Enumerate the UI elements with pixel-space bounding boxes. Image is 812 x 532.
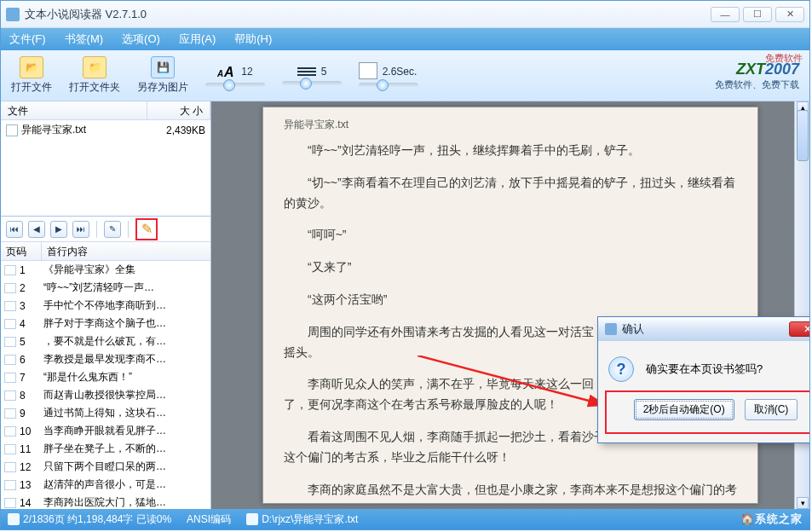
- file-row[interactable]: 异能寻宝家.txt2,439KB: [1, 120, 210, 140]
- menu-option[interactable]: 选项(O): [122, 32, 160, 47]
- page-firstline: 当李商睁开眼就看见胖子…: [43, 424, 207, 438]
- page-icon: [4, 408, 16, 419]
- page-firstline: 赵清萍的声音很小，可是…: [43, 477, 207, 492]
- page-row[interactable]: 9通过书简上得知，这块石…: [1, 404, 210, 422]
- page-row[interactable]: 5，要不就是什么破瓦，有…: [1, 332, 210, 350]
- menu-bookmark[interactable]: 书签(M): [65, 32, 104, 47]
- bookmark-button[interactable]: ✎: [135, 218, 158, 240]
- page-row[interactable]: 4胖子对于李商这个脑子也…: [1, 315, 210, 332]
- font-size-slider[interactable]: [205, 83, 265, 88]
- edit-button[interactable]: ✎: [104, 221, 121, 238]
- first-page-button[interactable]: ⏮: [6, 221, 23, 238]
- free-software-label: 免费软件: [765, 52, 803, 65]
- prev-page-button[interactable]: ◀: [28, 221, 45, 238]
- reader-paragraph: “切~~”李商看着不在理自己的刘艺清，放下手中摇晃着的铲子，扭过头，继续看着的黄…: [284, 173, 737, 214]
- page-row[interactable]: 1《异能寻宝家》全集: [1, 261, 210, 279]
- interval-control: 2.6Sec.: [359, 64, 418, 88]
- page-icon: [4, 373, 16, 383]
- page-icon: [4, 444, 16, 454]
- next-page-button[interactable]: ▶: [50, 221, 67, 238]
- page-icon: [4, 498, 16, 508]
- nav-bar: ⏮ ◀ ▶ ⏭ ✎ ✎: [1, 217, 210, 242]
- pages-header: 页码 首行内容: [1, 242, 210, 261]
- page-row[interactable]: 6李教授是最早发现李商不…: [1, 350, 210, 368]
- col-filename[interactable]: 文件: [1, 101, 147, 119]
- menu-file[interactable]: 文件(F): [9, 32, 46, 47]
- page-row[interactable]: 3手中忙个不停地李商听到…: [1, 297, 210, 315]
- folder-open-icon: 📁: [83, 56, 107, 78]
- page-number: 7: [20, 372, 43, 384]
- page-row[interactable]: 14李商跨出医院大门，猛地…: [1, 494, 210, 509]
- save-as-image-button[interactable]: 💾 另存为图片: [137, 56, 188, 95]
- reader-paragraph: “哼~~”刘艺清轻哼一声，扭头，继续挥舞着手中的毛刷，铲子。: [284, 141, 737, 161]
- last-page-button[interactable]: ⏭: [72, 221, 89, 238]
- dialog-buttons: 2秒后自动确定(O) 取消(C): [605, 390, 809, 434]
- vertical-scrollbar[interactable]: ▴ ▾: [794, 101, 809, 509]
- app-icon: [6, 8, 20, 21]
- open-file-button[interactable]: 📂 打开文件: [11, 56, 52, 95]
- page-firstline: 李教授是最早发现李商不…: [43, 352, 207, 367]
- reader-paragraph: “呵呵~”: [284, 225, 737, 246]
- menu-app[interactable]: 应用(A): [179, 32, 216, 47]
- menu-help[interactable]: 帮助(H): [234, 32, 272, 47]
- page-row[interactable]: 8而赵青山教授很快掌控局…: [1, 386, 210, 404]
- page-icon: [4, 480, 16, 490]
- page-firstline: 李商跨出医院大门，猛地…: [43, 495, 207, 509]
- toolbar: 免费软件 📂 打开文件 📁 打开文件夹 💾 另存为图片 AA12 5 2.6Se…: [1, 50, 809, 101]
- dialog-titlebar[interactable]: 确认 ✕: [598, 317, 809, 341]
- page-number: 8: [20, 390, 43, 402]
- svg-text:A: A: [223, 65, 234, 79]
- interval-slider[interactable]: [359, 83, 418, 88]
- question-icon: ?: [608, 356, 634, 382]
- page-row[interactable]: 2“哼~~”刘艺清轻哼一声…: [1, 279, 210, 297]
- page-firstline: 而赵青山教授很快掌控局…: [43, 388, 207, 402]
- page-row[interactable]: 10当李商睁开眼就看见胖子…: [1, 422, 210, 440]
- svg-text:A: A: [217, 69, 223, 78]
- line-spacing-slider[interactable]: [282, 81, 342, 86]
- interval-value: 2.6Sec.: [383, 66, 418, 78]
- page-number: 11: [20, 443, 43, 455]
- file-icon: [6, 124, 18, 136]
- reader-page: 异能寻宝家.txt “哼~~”刘艺清轻哼一声，扭头，继续挥舞着手中的毛刷，铲子。…: [262, 107, 758, 504]
- statusbar: 2/1836页 约1,198,484字 已读0% ANSI编码 D:\rjxz\…: [1, 509, 809, 529]
- page-row[interactable]: 12只留下两个目瞪口呆的两…: [1, 458, 210, 476]
- folder-icon: 📂: [20, 56, 43, 78]
- page-number: 10: [20, 425, 43, 437]
- status-encoding: ANSI编码: [187, 512, 231, 527]
- font-size-value: 12: [241, 66, 252, 78]
- page-firstline: 通过书简上得知，这块石…: [43, 406, 207, 420]
- page-firstline: 《异能寻宝家》全集: [43, 263, 207, 277]
- col-filesize[interactable]: 大 小: [147, 101, 210, 119]
- open-folder-button[interactable]: 📁 打开文件夹: [69, 56, 120, 95]
- doc-name: 异能寻宝家.txt: [284, 118, 737, 132]
- page-icon: [4, 355, 16, 365]
- page-number: 3: [20, 300, 43, 312]
- page-icon: [4, 283, 16, 293]
- dialog-cancel-button[interactable]: 取消(C): [745, 399, 798, 420]
- file-name: 异能寻宝家.txt: [21, 123, 142, 137]
- page-number: 2: [20, 282, 43, 294]
- menubar: 文件(F) 书签(M) 选项(O) 应用(A) 帮助(H): [1, 28, 809, 50]
- page-number: 12: [20, 461, 43, 473]
- page-firstline: 手中忙个不停地李商听到…: [43, 298, 207, 313]
- col-pagenum[interactable]: 页码: [1, 242, 42, 260]
- titlebar: 文本小说阅读器 V2.7.1.0 — ☐ ✕: [1, 1, 809, 28]
- scroll-thumb[interactable]: [797, 110, 809, 161]
- page-number: 1: [20, 264, 43, 276]
- save-as-image-label: 另存为图片: [137, 80, 188, 95]
- page-firstline: “哼~~”刘艺清轻哼一声…: [43, 280, 207, 295]
- font-size-control: AA12: [205, 64, 265, 88]
- page-row[interactable]: 13赵清萍的声音很小，可是…: [1, 476, 210, 494]
- close-button[interactable]: ✕: [775, 7, 804, 22]
- left-panel: 文件 大 小 异能寻宝家.txt2,439KB ⏮ ◀ ▶ ⏭ ✎ ✎ 页码 首…: [1, 101, 211, 509]
- page-row[interactable]: 11胖子坐在凳子上，不断的…: [1, 440, 210, 458]
- minimize-button[interactable]: —: [711, 7, 740, 22]
- dialog-ok-button[interactable]: 2秒后自动确定(O): [634, 399, 734, 420]
- col-firstline[interactable]: 首行内容: [42, 242, 210, 260]
- maximize-button[interactable]: ☐: [743, 7, 772, 22]
- page-row[interactable]: 7“那是什么鬼东西！”: [1, 368, 210, 386]
- pages-list[interactable]: 1《异能寻宝家》全集2“哼~~”刘艺清轻哼一声…3手中忙个不停地李商听到…4胖子…: [1, 261, 210, 509]
- dialog-close-button[interactable]: ✕: [789, 321, 809, 337]
- status-path: D:\rjxz\异能寻宝家.txt: [262, 513, 358, 525]
- scroll-down-arrow[interactable]: ▾: [797, 497, 809, 509]
